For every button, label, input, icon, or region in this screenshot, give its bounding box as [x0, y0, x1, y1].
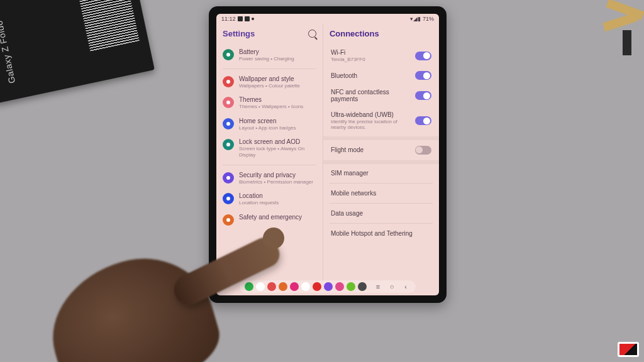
- dock-app-icon[interactable]: [245, 282, 253, 291]
- barcode-strip: [76, 0, 140, 52]
- connection-row[interactable]: Data usage: [323, 206, 439, 221]
- search-icon[interactable]: [308, 30, 316, 38]
- dock-app-icon[interactable]: [267, 282, 276, 291]
- settings-item-title: Safety and emergency: [239, 214, 302, 221]
- product-box-label: Galaxy Z Fold6: [0, 19, 17, 84]
- svg-point-2: [226, 101, 230, 104]
- tablet-device: 11:12 ▾◢▮ 71% Settings BatteryPower savi…: [209, 6, 447, 303]
- settings-item-title: Home screen: [239, 118, 296, 124]
- emergency-icon: [223, 214, 234, 226]
- connection-row[interactable]: Mobile Hotspot and Tethering: [323, 226, 439, 241]
- svg-point-5: [226, 176, 230, 180]
- svg-point-7: [226, 218, 230, 222]
- toggle-switch[interactable]: [415, 71, 431, 80]
- svg-point-4: [226, 143, 230, 146]
- shield-icon: [223, 172, 234, 184]
- connection-title: Mobile Hotspot and Tethering: [331, 230, 413, 237]
- connection-title: Bluetooth: [331, 72, 357, 79]
- divider: [330, 183, 433, 184]
- connection-subtitle: Identify the precise location of nearby …: [331, 119, 413, 130]
- settings-item[interactable]: ThemesThemes • Wallpapers • Icons: [221, 92, 318, 114]
- lock-icon: [223, 139, 234, 150]
- wooden-object: [587, 0, 644, 63]
- nav-back-icon[interactable]: ‹: [401, 282, 411, 291]
- settings-item[interactable]: LocationLocation requests: [221, 189, 318, 210]
- nav-home-icon[interactable]: ○: [387, 282, 397, 291]
- settings-item-subtitle: Wallpapers • Colour palette: [239, 83, 300, 89]
- settings-item-subtitle: Biometrics • Permission manager: [239, 179, 313, 185]
- connection-title: SIM manager: [331, 170, 369, 177]
- connection-row[interactable]: SIM manager: [323, 165, 439, 181]
- location-icon: [223, 193, 234, 204]
- wallpaper-icon: [223, 76, 234, 87]
- product-box: Galaxy Z Fold6: [0, 0, 155, 104]
- toggle-switch[interactable]: [415, 52, 431, 60]
- status-time: 11:12: [221, 16, 236, 22]
- divider: [223, 69, 316, 69]
- connection-row[interactable]: Mobile networks: [323, 185, 439, 201]
- settings-item[interactable]: Wallpaper and styleWallpapers • Colour p…: [221, 72, 318, 93]
- settings-item-subtitle: Layout • App icon badges: [239, 125, 296, 131]
- toggle-switch[interactable]: [415, 146, 431, 155]
- toggle-switch[interactable]: [415, 116, 431, 125]
- settings-item[interactable]: Home screenLayout • App icon badges: [221, 114, 318, 135]
- svg-point-6: [226, 197, 230, 200]
- svg-point-0: [226, 53, 230, 57]
- dock-app-icon[interactable]: [347, 282, 355, 291]
- settings-item-title: Battery: [239, 48, 294, 55]
- divider: [223, 165, 316, 165]
- connection-row[interactable]: Bluetooth: [323, 67, 439, 84]
- themes-icon: [223, 97, 234, 108]
- settings-item[interactable]: BatteryPower saving • Charging: [221, 45, 318, 66]
- settings-item[interactable]: Lock screen and AODScreen lock type • Al…: [221, 134, 318, 162]
- connection-title: Wi-Fi: [331, 49, 365, 56]
- settings-header: Settings: [216, 24, 323, 45]
- status-icon: [245, 16, 250, 21]
- dock-app-icon[interactable]: [358, 282, 367, 291]
- dock-app-icon[interactable]: [313, 282, 321, 291]
- dock-app-icon[interactable]: [335, 282, 344, 291]
- toggle-switch[interactable]: [415, 91, 431, 100]
- dock-app-icon[interactable]: [324, 282, 333, 291]
- connections-pane: Connections Wi-FiTenda_B73FF0BluetoothNF…: [323, 24, 439, 282]
- settings-item-title: Location: [239, 192, 279, 199]
- settings-item[interactable]: Safety and emergency: [221, 210, 318, 229]
- signal-icon: ▾◢▮: [410, 16, 421, 22]
- app-dock: ≡ ○ ‹: [240, 280, 416, 293]
- screen: 11:12 ▾◢▮ 71% Settings BatteryPower savi…: [216, 14, 439, 295]
- svg-point-1: [226, 80, 230, 84]
- svg-point-3: [226, 122, 230, 126]
- nav-recents-icon[interactable]: ≡: [373, 282, 383, 291]
- dock-app-icon[interactable]: [290, 282, 299, 291]
- connection-title: Ultra-wideband (UWB): [331, 111, 413, 118]
- settings-item-title: Themes: [239, 96, 303, 103]
- status-icon: [252, 18, 254, 20]
- divider: [330, 223, 433, 224]
- dock-app-icon[interactable]: [279, 282, 287, 291]
- settings-pane: Settings BatteryPower saving • ChargingW…: [216, 24, 323, 282]
- dock-app-icon[interactable]: [301, 282, 310, 291]
- connection-row[interactable]: NFC and contactless payments: [323, 84, 439, 107]
- connection-row[interactable]: Wi-FiTenda_B73FF0: [323, 45, 439, 67]
- home-icon: [223, 118, 234, 129]
- settings-title: Settings: [223, 29, 255, 38]
- settings-item-subtitle: Screen lock type • Always On Display: [239, 146, 316, 158]
- settings-item-title: Lock screen and AOD: [239, 138, 316, 145]
- dock-app-icon[interactable]: [256, 282, 265, 291]
- settings-item-title: Security and privacy: [239, 172, 313, 178]
- section-gap: [323, 160, 439, 164]
- connection-title: Data usage: [331, 210, 363, 217]
- connections-header: Connections: [323, 24, 439, 45]
- connection-row-flight[interactable]: Flight mode: [323, 141, 439, 159]
- settings-item-title: Wallpaper and style: [239, 75, 300, 82]
- settings-item-subtitle: Themes • Wallpapers • Icons: [239, 104, 303, 110]
- connection-row[interactable]: Ultra-wideband (UWB)Identify the precise…: [323, 107, 439, 134]
- settings-item-subtitle: Location requests: [239, 200, 279, 206]
- settings-item-subtitle: Power saving • Charging: [239, 56, 294, 62]
- section-gap: [323, 136, 439, 140]
- status-bar: 11:12 ▾◢▮ 71%: [216, 14, 439, 24]
- connection-subtitle: Tenda_B73FF0: [331, 57, 365, 62]
- settings-item[interactable]: Security and privacyBiometrics • Permiss…: [221, 168, 318, 189]
- connection-title: NFC and contactless payments: [331, 89, 415, 102]
- status-icon: [238, 16, 243, 21]
